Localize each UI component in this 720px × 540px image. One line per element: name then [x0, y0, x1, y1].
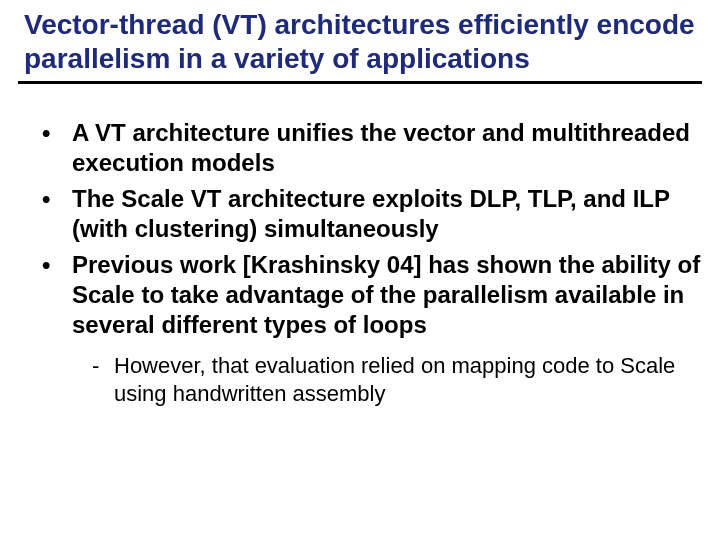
bullet-item: A VT architecture unifies the vector and…: [42, 118, 702, 178]
bullet-list: A VT architecture unifies the vector and…: [18, 118, 702, 407]
bullet-item: The Scale VT architecture exploits DLP, …: [42, 184, 702, 244]
sub-bullet-list: However, that evaluation relied on mappi…: [72, 352, 702, 407]
bullet-text: Previous work [Krashinsky 04] has shown …: [72, 251, 700, 338]
bullet-item: Previous work [Krashinsky 04] has shown …: [42, 250, 702, 407]
slide: Vector-thread (VT) architectures efficie…: [0, 0, 720, 540]
sub-bullet-item: However, that evaluation relied on mappi…: [92, 352, 702, 407]
slide-title: Vector-thread (VT) architectures efficie…: [18, 8, 702, 84]
